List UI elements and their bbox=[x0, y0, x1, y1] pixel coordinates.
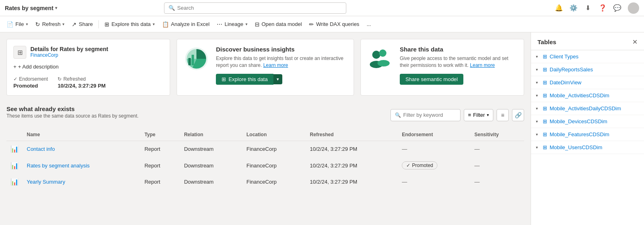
bell-icon[interactable]: 🔔 bbox=[555, 4, 563, 12]
search-box[interactable]: 🔍 bbox=[164, 2, 346, 14]
filter-button[interactable]: ≡ Filter ▾ bbox=[464, 109, 493, 121]
share-learn-more[interactable]: Learn more bbox=[470, 62, 495, 68]
table-row[interactable]: 📊Rates by segment analysisReportDownstre… bbox=[6, 157, 524, 174]
table-collapse-icon: ▾ bbox=[536, 80, 538, 85]
add-description-btn[interactable]: + + Add description bbox=[13, 64, 163, 70]
settings-icon[interactable]: ⚙️ bbox=[569, 4, 578, 12]
table-grid-icon: ⊞ bbox=[543, 118, 547, 124]
table-grid-icon: ⊞ bbox=[543, 92, 547, 99]
refreshed-value: 10/2/24, 3:27:29 PM bbox=[58, 83, 106, 89]
refresh-icon: ↻ bbox=[35, 21, 40, 28]
report-icon: 📊 bbox=[11, 146, 19, 152]
report-icon: 📊 bbox=[11, 162, 19, 169]
svg-rect-2 bbox=[192, 55, 194, 65]
table-row[interactable]: 📊Yearly SummaryReportDownstreamFinanceCo… bbox=[6, 174, 524, 190]
row-type: Report bbox=[141, 141, 180, 157]
list-view-button[interactable]: ≡ bbox=[497, 109, 509, 121]
row-relation: Downstream bbox=[180, 157, 242, 174]
table-collapse-icon: ▾ bbox=[536, 54, 538, 59]
link-button[interactable]: 🔗 bbox=[512, 109, 524, 121]
insight-inner: Discover business insights Explore this … bbox=[183, 46, 347, 85]
table-item[interactable]: ▾ ⊞ Client Types bbox=[531, 50, 644, 63]
help-icon[interactable]: ❓ bbox=[599, 4, 607, 12]
tables-panel-header: Tables ✕ bbox=[531, 32, 644, 50]
analyze-button[interactable]: 📋 Analyze in Excel bbox=[159, 18, 213, 31]
data-model-icon: ⊟ bbox=[255, 21, 260, 28]
share-semantic-model-button[interactable]: Share semantic model bbox=[400, 74, 463, 85]
open-data-model-button[interactable]: ⊟ Open data model bbox=[252, 18, 305, 31]
list-icon: ≡ bbox=[501, 112, 504, 118]
table-row[interactable]: 📊Contact infoReportDownstreamFinanceCorp… bbox=[6, 141, 524, 157]
write-dax-button[interactable]: ✏ Write DAX queries bbox=[306, 18, 363, 31]
table-name: Mobile_FeaturesCDSDim bbox=[550, 131, 609, 137]
explore-label: Explore this data bbox=[111, 21, 151, 27]
detail-company[interactable]: FinanceCorp bbox=[30, 52, 108, 58]
row-relation: Downstream bbox=[180, 141, 242, 157]
promoted-badge: ✓ Promoted bbox=[402, 161, 437, 169]
table-item[interactable]: ▾ ⊞ Mobile_DevicesCDSDim bbox=[531, 115, 644, 128]
filter-row: 🔍 ≡ Filter ▾ ≡ 🔗 bbox=[390, 109, 524, 121]
tables-panel-title: Tables bbox=[537, 39, 556, 45]
table-collapse-icon: ▾ bbox=[536, 67, 538, 72]
share-toolbar-button[interactable]: ↗ Share bbox=[68, 18, 96, 31]
svg-point-3 bbox=[372, 51, 380, 59]
refresh-label: Refresh bbox=[42, 21, 61, 27]
row-location: FinanceCorp bbox=[243, 157, 306, 174]
app-title[interactable]: Rates by segment ▾ bbox=[5, 5, 57, 11]
feedback-icon[interactable]: 💬 bbox=[613, 4, 621, 12]
table-collapse-icon: ▾ bbox=[536, 132, 538, 137]
share-icon-container bbox=[367, 46, 393, 73]
table-grid-icon: ⊞ bbox=[543, 66, 547, 73]
insight-content: Discover business insights Explore this … bbox=[216, 46, 347, 85]
col-type: Type bbox=[141, 129, 180, 141]
filter-search-icon: 🔍 bbox=[395, 112, 401, 118]
endorsement-item: ✓ Endorsement Promoted bbox=[13, 76, 48, 89]
endorsement-dash: — bbox=[402, 146, 407, 152]
insight-card: Discover business insights Explore this … bbox=[177, 39, 354, 96]
explore-data-main-button[interactable]: ⊞ Explore this data bbox=[216, 74, 273, 85]
explore-data-button[interactable]: ⊞ Explore this data ▾ bbox=[101, 18, 158, 31]
table-name: DailyReportsSales bbox=[550, 66, 593, 73]
share-title: Share this data bbox=[400, 46, 517, 53]
refresh-small-icon: ↻ bbox=[58, 76, 62, 82]
download-icon[interactable]: ⬇ bbox=[584, 4, 592, 12]
keyword-filter-input[interactable] bbox=[403, 112, 456, 118]
table-collapse-icon: ▾ bbox=[536, 106, 538, 111]
file-button[interactable]: 📄 File ▾ bbox=[3, 18, 31, 31]
insight-learn-more[interactable]: Learn more bbox=[263, 62, 288, 68]
open-data-model-label: Open data model bbox=[262, 21, 302, 27]
check-circle-icon: ✓ bbox=[406, 163, 410, 168]
table-grid-icon: ⊞ bbox=[543, 105, 547, 111]
avatar[interactable] bbox=[628, 2, 639, 14]
table-item[interactable]: ▾ ⊞ DailyReportsSales bbox=[531, 63, 644, 76]
table-item[interactable]: ▾ ⊞ Mobile_UsersCDSDim bbox=[531, 141, 644, 154]
explore-data-chevron-button[interactable]: ▾ bbox=[273, 74, 282, 84]
keyword-filter[interactable]: 🔍 bbox=[390, 109, 461, 121]
row-icon-cell: 📊 bbox=[6, 157, 23, 174]
table-item[interactable]: ▾ ⊞ Mobile_ActivitiesDailyCDSDim bbox=[531, 102, 644, 115]
more-button[interactable]: ... bbox=[363, 18, 374, 31]
filter-chevron-icon: ▾ bbox=[487, 113, 489, 117]
file-label: File bbox=[15, 21, 24, 27]
search-input[interactable] bbox=[177, 5, 342, 11]
table-grid-icon: ⊞ bbox=[543, 54, 547, 60]
table-item[interactable]: ▾ ⊞ DateDimView bbox=[531, 76, 644, 89]
table-name: Mobile_DevicesCDSDim bbox=[550, 118, 607, 124]
row-name[interactable]: Contact info bbox=[23, 141, 141, 157]
lineage-button[interactable]: ⋯ Lineage ▾ bbox=[213, 18, 250, 31]
table-item[interactable]: ▾ ⊞ Mobile_FeaturesCDSDim bbox=[531, 128, 644, 141]
explore-btn-icon: ⊞ bbox=[222, 76, 226, 82]
share-btn-label: Share semantic model bbox=[405, 76, 458, 82]
row-name[interactable]: Yearly Summary bbox=[23, 174, 141, 190]
table-grid-icon: ⊞ bbox=[543, 144, 547, 150]
row-icon-cell: 📊 bbox=[6, 174, 23, 190]
refresh-button[interactable]: ↻ Refresh ▾ bbox=[32, 18, 68, 31]
row-type: Report bbox=[141, 174, 180, 190]
explore-btn-split: ⊞ Explore this data ▾ bbox=[216, 74, 347, 85]
lineage-chevron-icon: ▾ bbox=[245, 22, 247, 26]
row-name[interactable]: Rates by segment analysis bbox=[23, 157, 141, 174]
close-tables-panel-button[interactable]: ✕ bbox=[632, 38, 638, 46]
table-collapse-icon: ▾ bbox=[536, 93, 538, 98]
col-location: Location bbox=[243, 129, 306, 141]
table-item[interactable]: ▾ ⊞ Mobile_ActivitiesCDSDim bbox=[531, 89, 644, 102]
